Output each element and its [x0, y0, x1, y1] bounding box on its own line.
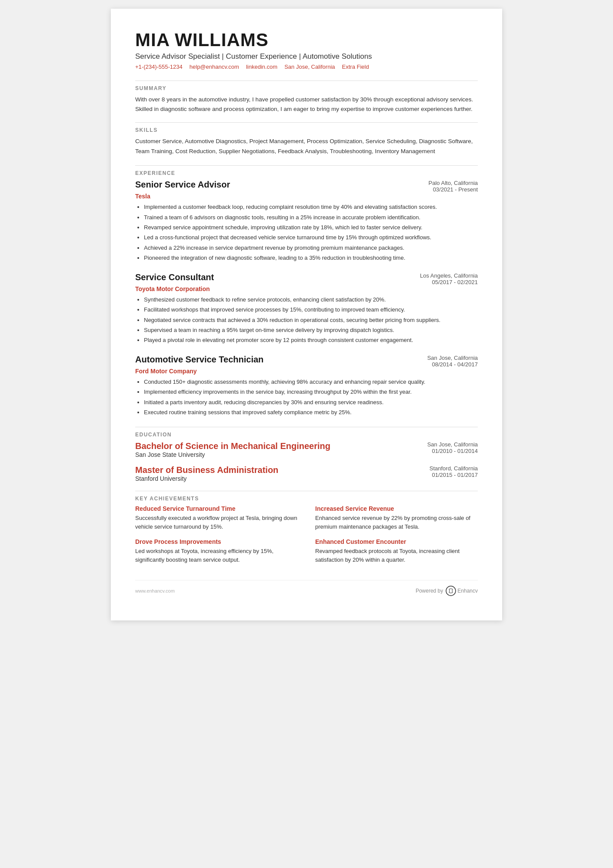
exp-location-1: Los Angeles, California: [420, 272, 478, 279]
achievement-item: Reduced Service Turnaround Time Successf…: [135, 505, 298, 531]
exp-company-0: Tesla: [135, 193, 478, 200]
achievement-text-1: Enhanced service revenue by 22% by promo…: [315, 514, 478, 531]
exp-meta-2: San Jose, California 08/2014 - 04/2017: [427, 355, 478, 368]
exp-title-2: Automotive Service Technician: [135, 355, 263, 365]
achievement-item: Increased Service Revenue Enhanced servi…: [315, 505, 478, 531]
brand-name: Enhancv: [457, 588, 478, 594]
achievements-container: Reduced Service Turnaround Time Successf…: [135, 505, 478, 565]
resume-page: MIA WILLIAMS Service Advisor Specialist …: [111, 9, 502, 620]
bullet-item: Conducted 150+ diagnostic assessments mo…: [144, 377, 478, 386]
bullet-item: Led a cross-functional project that decr…: [144, 233, 478, 242]
achievement-title-3: Enhanced Customer Encounter: [315, 538, 478, 545]
bullet-item: Played a pivotal role in elevating net p…: [144, 335, 478, 345]
bullet-item: Pioneered the integration of new diagnos…: [144, 253, 478, 262]
summary-text: With over 8 years in the automotive indu…: [135, 95, 478, 114]
experience-item: Service Consultant Los Angeles, Californ…: [135, 272, 478, 345]
edu-left-0: Bachelor of Science in Mechanical Engine…: [135, 441, 330, 458]
achievement-text-3: Revamped feedback protocols at Toyota, i…: [315, 547, 478, 564]
education-item: Master of Business Administration Stanfo…: [135, 465, 478, 482]
edu-title-0: Bachelor of Science in Mechanical Engine…: [135, 441, 330, 451]
svg-point-0: [446, 586, 456, 596]
edu-location-0: San Jose, California: [427, 441, 478, 448]
exp-title-1: Service Consultant: [135, 272, 214, 282]
experience-label: EXPERIENCE: [135, 165, 478, 176]
exp-location-2: San Jose, California: [427, 355, 478, 361]
education-container: Bachelor of Science in Mechanical Engine…: [135, 441, 478, 482]
location: San Jose, California: [284, 64, 335, 70]
skills-label: SKILLS: [135, 122, 478, 133]
achievement-item: Enhanced Customer Encounter Revamped fee…: [315, 538, 478, 564]
bullet-item: Executed routine training sessions that …: [144, 408, 478, 417]
exp-meta-1: Los Angeles, California 05/2017 - 02/202…: [420, 272, 478, 285]
edu-location-1: Stanford, California: [430, 465, 478, 472]
achievement-title-1: Increased Service Revenue: [315, 505, 478, 512]
bullet-item: Implemented efficiency improvements in t…: [144, 387, 478, 396]
exp-company-1: Toyota Motor Corporation: [135, 285, 478, 292]
exp-bullets-1: Synthesized customer feedback to refine …: [144, 295, 478, 345]
achievement-text-0: Successfully executed a workflow project…: [135, 514, 298, 531]
edu-date-0: 01/2010 - 01/2014: [427, 448, 478, 454]
extra-field: Extra Field: [342, 64, 369, 70]
achievements-label: KEY ACHIEVEMENTS: [135, 491, 478, 502]
candidate-title: Service Advisor Specialist | Customer Ex…: [135, 52, 478, 61]
edu-school-1: Stanford University: [135, 475, 278, 482]
exp-bullets-0: Implemented a customer feedback loop, re…: [144, 202, 478, 263]
edu-left-1: Master of Business Administration Stanfo…: [135, 465, 278, 482]
edu-right-0: San Jose, California 01/2010 - 01/2014: [427, 441, 478, 458]
powered-by-label: Powered by: [416, 588, 443, 594]
header: MIA WILLIAMS Service Advisor Specialist …: [135, 30, 478, 70]
edu-right-1: Stanford, California 01/2015 - 01/2017: [430, 465, 478, 482]
bullet-item: Supervised a team in reaching a 95% targ…: [144, 325, 478, 335]
footer: www.enhancv.com Powered by Enhancv: [135, 580, 478, 596]
bullet-item: Revamped service appointment schedule, i…: [144, 223, 478, 232]
footer-website: www.enhancv.com: [135, 588, 175, 593]
education-item: Bachelor of Science in Mechanical Engine…: [135, 441, 478, 458]
exp-date-0: 03/2021 - Present: [429, 186, 478, 193]
achievement-title-0: Reduced Service Turnaround Time: [135, 505, 298, 512]
email[interactable]: help@enhancv.com: [190, 64, 239, 70]
experience-item: Senior Service Advisor Palo Alto, Califo…: [135, 180, 478, 263]
edu-date-1: 01/2015 - 01/2017: [430, 472, 478, 478]
enhancv-logo: Enhancv: [446, 586, 478, 596]
achievement-item: Drove Process Improvements Led workshops…: [135, 538, 298, 564]
bullet-item: Negotiated service contracts that achiev…: [144, 315, 478, 325]
edu-school-0: San Jose State University: [135, 451, 330, 458]
bullet-item: Synthesized customer feedback to refine …: [144, 295, 478, 304]
achievement-title-2: Drove Process Improvements: [135, 538, 298, 545]
skills-text: Customer Service, Automotive Diagnostics…: [135, 137, 478, 157]
bullet-item: Achieved a 22% increase in service depar…: [144, 243, 478, 252]
exp-company-2: Ford Motor Company: [135, 368, 478, 375]
bullet-item: Facilitated workshops that improved serv…: [144, 305, 478, 314]
achievement-text-2: Led workshops at Toyota, increasing effi…: [135, 547, 298, 564]
experience-item: Automotive Service Technician San Jose, …: [135, 355, 478, 417]
bullet-item: Implemented a customer feedback loop, re…: [144, 202, 478, 211]
experience-container: Senior Service Advisor Palo Alto, Califo…: [135, 180, 478, 417]
linkedin[interactable]: linkedin.com: [246, 64, 277, 70]
logo-icon: [446, 586, 456, 596]
footer-brand: Powered by Enhancv: [416, 586, 478, 596]
edu-title-1: Master of Business Administration: [135, 465, 278, 475]
summary-label: SUMMARY: [135, 80, 478, 91]
education-label: EDUCATION: [135, 427, 478, 438]
phone: +1-(234)-555-1234: [135, 64, 183, 70]
exp-title-0: Senior Service Advisor: [135, 180, 230, 190]
exp-date-2: 08/2014 - 04/2017: [427, 361, 478, 368]
exp-date-1: 05/2017 - 02/2021: [420, 279, 478, 285]
bullet-item: Initiated a parts inventory audit, reduc…: [144, 398, 478, 407]
bullet-item: Trained a team of 6 advisors on diagnost…: [144, 213, 478, 222]
contact-row: +1-(234)-555-1234 help@enhancv.com linke…: [135, 64, 478, 70]
exp-bullets-2: Conducted 150+ diagnostic assessments mo…: [144, 377, 478, 417]
exp-location-0: Palo Alto, California: [429, 180, 478, 186]
candidate-name: MIA WILLIAMS: [135, 30, 478, 50]
exp-meta-0: Palo Alto, California 03/2021 - Present: [429, 180, 478, 193]
